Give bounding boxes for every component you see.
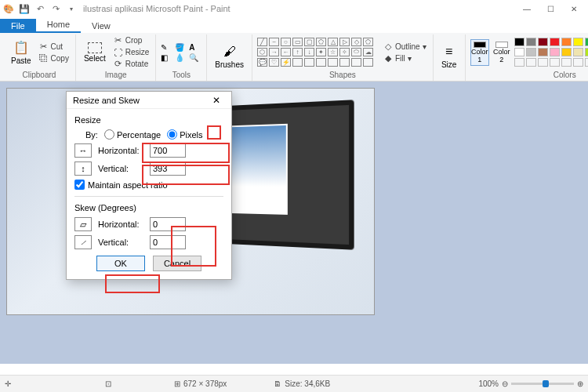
swatch[interactable] (561, 38, 572, 46)
fill-button[interactable]: ◆Fill ▾ (382, 53, 428, 64)
resize-section-label: Resize (74, 115, 223, 125)
group-image-label: Image (81, 70, 151, 81)
dialog-titlebar[interactable]: Resize and Skew ✕ (67, 92, 231, 109)
cancel-button[interactable]: Cancel (153, 256, 201, 271)
rotate-button[interactable]: ⟳Rotate (112, 59, 151, 70)
swatch[interactable] (514, 38, 524, 46)
swatch[interactable] (573, 38, 583, 46)
group-shapes-label: Shapes (257, 70, 428, 81)
tab-view[interactable]: View (81, 19, 122, 33)
brushes-button[interactable]: 🖌 Brushes (212, 42, 247, 71)
magnifier-icon[interactable]: 🔍 (189, 53, 201, 62)
resize-icon: ⛶ (114, 48, 123, 57)
zoom-in-button[interactable]: ⊕ (577, 379, 583, 388)
ok-button[interactable]: OK (96, 256, 145, 271)
cut-button[interactable]: ✂Cut (38, 41, 71, 52)
skew-section-label: Skew (Degrees) (74, 203, 223, 212)
fill-icon: ◆ (383, 53, 393, 63)
skew-horizontal-input[interactable] (150, 217, 186, 231)
paste-icon: 📋 (13, 40, 29, 56)
swatch[interactable] (538, 48, 548, 56)
paste-button[interactable]: 📋 Paste (8, 38, 34, 67)
cut-icon: ✂ (39, 42, 49, 51)
eraser-icon[interactable]: ◧ (161, 53, 173, 62)
pencil-icon[interactable]: ✎ (161, 43, 173, 52)
horizontal-label: Horizontal: (98, 146, 143, 155)
tab-file[interactable]: File (0, 19, 36, 33)
status-bar: ✛ ⊡ ⊞ 672 × 378px 🗎 Size: 34,6KB 100% ⊖ … (0, 375, 588, 392)
group-clipboard: 📋 Paste ✂Cut ⿻Copy Clipboard (3, 34, 76, 81)
zoom-slider[interactable] (511, 383, 574, 385)
close-button[interactable]: ✕ (563, 1, 585, 16)
swatch[interactable] (585, 38, 588, 46)
select-label: Select (84, 54, 106, 63)
swatch[interactable] (538, 38, 548, 46)
bucket-icon[interactable]: 🪣 (175, 43, 187, 52)
redo-icon[interactable]: ↷ (50, 3, 61, 14)
group-tools: ✎ 🪣 A ◧ 💧 🔍 Tools (156, 34, 207, 81)
vertical-label: Vertical: (98, 164, 143, 173)
zoom-level: 100% (478, 379, 499, 388)
zoom-out-button[interactable]: ⊖ (502, 379, 508, 388)
file-size-icon: 🗎 (274, 379, 281, 388)
select-icon (88, 42, 102, 53)
palette-row3[interactable] (514, 58, 588, 67)
crop-icon: ✂ (114, 36, 123, 45)
resize-vertical-input[interactable] (150, 162, 186, 176)
dialog-title: Resize and Skew (73, 96, 140, 105)
brush-icon: 🖌 (222, 44, 238, 60)
swatch[interactable] (526, 48, 536, 56)
minimize-button[interactable]: — (516, 1, 538, 16)
swatch[interactable] (526, 38, 536, 46)
crop-button[interactable]: ✂Crop (112, 35, 151, 46)
save-icon[interactable]: 💾 (19, 3, 30, 14)
outline-button[interactable]: ◇Outline ▾ (382, 41, 428, 52)
window-title: ilustrasi aplikasi Microsoft Paint - Pai… (83, 4, 230, 13)
rotate-icon: ⟳ (114, 60, 123, 69)
swatch[interactable] (514, 48, 524, 56)
skew-horizontal-icon: ▱ (74, 217, 92, 231)
vertical-resize-icon: ↕ (74, 162, 92, 176)
resize-skew-dialog: Resize and Skew ✕ Resize By: Percentage … (66, 91, 232, 280)
group-colors-label: Colors (470, 70, 588, 81)
window-controls: — ☐ ✕ (516, 1, 585, 16)
file-size: Size: 34,6KB (285, 379, 330, 388)
skew-vertical-input[interactable] (150, 235, 186, 249)
aspect-ratio-checkbox[interactable]: Maintain aspect ratio (74, 180, 168, 190)
swatch[interactable] (585, 48, 588, 56)
maximize-button[interactable]: ☐ (539, 1, 561, 16)
color1-button[interactable]: Color 1 (470, 39, 489, 66)
size-button[interactable]: ≡ Size (438, 42, 460, 71)
undo-icon[interactable]: ↶ (34, 3, 45, 14)
pixels-radio[interactable]: Pixels (167, 129, 202, 140)
brushes-label: Brushes (215, 60, 244, 69)
color2-button[interactable]: Color 2 (492, 39, 511, 66)
skew-vertical-icon: ⟋ (74, 235, 92, 249)
group-brushes: 🖌 Brushes (207, 34, 252, 81)
group-clipboard-label: Clipboard (8, 70, 71, 81)
swatch[interactable] (573, 48, 583, 56)
swatch[interactable] (561, 48, 572, 56)
swatch[interactable] (550, 38, 560, 46)
shapes-gallery[interactable]: ╱~○▭▢⬠△▷◇⬠ ⬡→←↑↓✦☆✧⬭☁ 💬♡⚡ (257, 38, 374, 67)
resize-button[interactable]: ⛶Resize (112, 47, 151, 58)
color1-swatch (474, 42, 486, 48)
palette-row1[interactable] (514, 38, 588, 47)
group-shapes: ╱~○▭▢⬠△▷◇⬠ ⬡→←↑↓✦☆✧⬭☁ 💬♡⚡ ◇Outline ▾ ◆Fi… (252, 34, 434, 81)
qat-dropdown-icon[interactable]: ▾ (66, 3, 77, 14)
copy-button[interactable]: ⿻Copy (38, 53, 71, 64)
select-button[interactable]: Select (81, 41, 109, 64)
palette-row2[interactable] (514, 48, 588, 57)
dialog-close-button[interactable]: ✕ (208, 95, 225, 106)
swatch[interactable] (550, 48, 560, 56)
outline-icon: ◇ (383, 42, 393, 51)
group-tools-label: Tools (161, 70, 201, 81)
canvas-dims: 672 × 378px (183, 379, 227, 388)
text-icon[interactable]: A (189, 43, 201, 52)
percentage-radio[interactable]: Percentage (104, 129, 161, 140)
skew-vertical-label: Vertical: (98, 238, 143, 247)
tab-home[interactable]: Home (36, 17, 81, 33)
size-icon: ≡ (441, 44, 457, 60)
resize-horizontal-input[interactable] (150, 143, 186, 158)
picker-icon[interactable]: 💧 (175, 53, 187, 62)
